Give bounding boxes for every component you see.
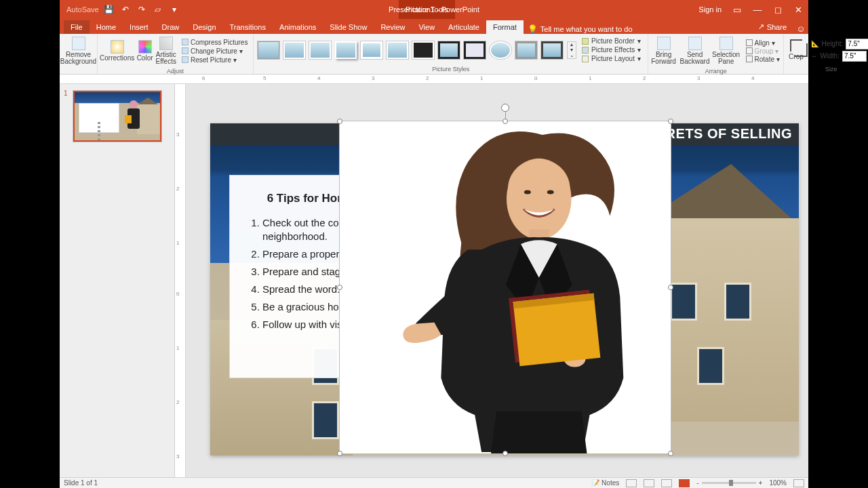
close-button[interactable]: ✕ bbox=[788, 0, 808, 19]
style-thumb[interactable] bbox=[258, 41, 279, 59]
reading-view-button[interactable] bbox=[661, 479, 672, 487]
ribbon-options-icon[interactable]: ▭ bbox=[727, 0, 747, 19]
save-icon[interactable]: 💾 bbox=[104, 5, 114, 14]
normal-view-button[interactable] bbox=[626, 479, 637, 487]
zoom-level[interactable]: 100% bbox=[769, 479, 787, 487]
undo-icon[interactable]: ↶ bbox=[121, 5, 130, 14]
slide-thumbnail-1[interactable]: 1 bbox=[64, 91, 170, 142]
selection-pane-button[interactable]: Selection Pane bbox=[712, 35, 741, 66]
tell-me-search[interactable]: 💡Tell me what you want to do bbox=[528, 24, 633, 34]
style-thumb[interactable] bbox=[361, 41, 382, 59]
minimize-button[interactable]: — bbox=[747, 0, 768, 19]
ribbon-tabs: File Home Insert Draw Design Transitions… bbox=[60, 19, 808, 34]
width-field[interactable]: ↔Width: bbox=[811, 51, 868, 62]
style-thumb[interactable] bbox=[464, 41, 486, 59]
resize-handle[interactable] bbox=[337, 119, 342, 124]
sorter-view-button[interactable] bbox=[644, 479, 654, 487]
autosave-label: AutoSave bbox=[66, 5, 99, 14]
crop-icon bbox=[790, 39, 802, 52]
resize-handle[interactable] bbox=[502, 451, 508, 456]
reset-label: Reset Picture bbox=[191, 56, 231, 64]
style-thumb[interactable] bbox=[309, 41, 331, 59]
resize-handle[interactable] bbox=[668, 451, 673, 456]
tab-home[interactable]: Home bbox=[90, 20, 123, 34]
style-thumb[interactable] bbox=[412, 41, 434, 59]
tab-draw[interactable]: Draw bbox=[155, 20, 186, 34]
send-backward-button[interactable]: Send Backward bbox=[681, 35, 709, 66]
tab-review[interactable]: Review bbox=[374, 20, 412, 34]
fit-to-window-button[interactable] bbox=[793, 479, 804, 487]
style-thumb[interactable] bbox=[387, 41, 408, 59]
document-title: Presentation1 - PowerPoint bbox=[389, 5, 479, 14]
align-button[interactable]: Align ▾ bbox=[746, 39, 780, 47]
selection-pane-label: Selection Pane bbox=[712, 52, 741, 65]
tab-animations[interactable]: Animations bbox=[273, 20, 323, 34]
resize-handle[interactable] bbox=[502, 119, 508, 124]
title-bar: AutoSave 💾 ↶ ↷ ▱ ▾ Picture Tools Present… bbox=[60, 0, 808, 19]
tab-articulate[interactable]: Articulate bbox=[441, 20, 486, 34]
sign-in-link[interactable]: Sign in bbox=[693, 5, 727, 14]
picture-layout-button[interactable]: Picture Layout ▾ bbox=[582, 55, 641, 62]
slide-editor[interactable]: SECRETS OF SELLING 6 Tips for Home Selle… bbox=[186, 84, 808, 477]
group-button[interactable]: Group ▾ bbox=[746, 47, 780, 55]
crop-button[interactable]: Crop bbox=[788, 39, 804, 60]
change-label: Change Picture bbox=[191, 47, 237, 55]
style-thumb[interactable] bbox=[335, 41, 357, 59]
styles-more-button[interactable]: ▴▾⌄ bbox=[567, 41, 576, 59]
artistic-effects-button[interactable]: Artistic Effects bbox=[156, 35, 176, 66]
style-thumb[interactable] bbox=[438, 41, 460, 59]
resize-handle[interactable] bbox=[337, 285, 342, 290]
ruler-vertical: 3210123 bbox=[175, 84, 186, 477]
zoom-slider[interactable]: - + bbox=[696, 479, 762, 487]
slide-thumbnail-pane[interactable]: 1 bbox=[60, 84, 175, 477]
notes-button[interactable]: 📝 Notes bbox=[591, 479, 619, 487]
rotate-label: Rotate bbox=[755, 56, 774, 63]
redo-icon[interactable]: ↷ bbox=[137, 5, 146, 14]
align-label: Align bbox=[755, 39, 770, 47]
start-slideshow-icon[interactable]: ▱ bbox=[153, 5, 163, 14]
corrections-button[interactable]: Corrections bbox=[100, 35, 134, 66]
group-label-size: Size bbox=[784, 66, 868, 74]
reset-picture-button[interactable]: Reset Picture ▾ bbox=[182, 56, 248, 64]
style-thumb[interactable] bbox=[490, 41, 511, 59]
resize-handle[interactable] bbox=[337, 451, 342, 456]
style-thumb[interactable] bbox=[515, 41, 537, 59]
resize-handle[interactable] bbox=[668, 285, 673, 290]
width-input[interactable] bbox=[842, 51, 867, 62]
resize-handle[interactable] bbox=[668, 119, 673, 124]
change-picture-button[interactable]: Change Picture ▾ bbox=[182, 47, 248, 55]
slideshow-view-button[interactable] bbox=[679, 479, 690, 487]
tab-insert[interactable]: Insert bbox=[123, 20, 155, 34]
selected-picture[interactable] bbox=[339, 121, 671, 454]
height-field[interactable]: 📐Height: bbox=[811, 39, 868, 49]
tab-view[interactable]: View bbox=[412, 20, 441, 34]
picture-effects-button[interactable]: Picture Effects ▾ bbox=[582, 46, 641, 54]
send-backward-label: Send Backward bbox=[680, 52, 710, 65]
color-button[interactable]: Color bbox=[137, 35, 153, 66]
share-label: Share bbox=[767, 23, 787, 31]
tell-me-label: Tell me what you want to do bbox=[540, 25, 633, 33]
maximize-button[interactable]: ◻ bbox=[768, 0, 788, 19]
compress-pictures-button[interactable]: Compress Pictures bbox=[182, 39, 248, 46]
remove-background-button[interactable]: Remove Background bbox=[62, 35, 96, 66]
tab-format[interactable]: Format bbox=[486, 20, 524, 34]
height-input[interactable] bbox=[846, 39, 868, 49]
share-button[interactable]: ↗Share bbox=[751, 20, 793, 34]
tab-transitions[interactable]: Transitions bbox=[223, 20, 273, 34]
rotation-handle[interactable] bbox=[501, 104, 509, 112]
group-label-picture-styles: Picture Styles bbox=[254, 66, 648, 74]
qat-more-icon[interactable]: ▾ bbox=[170, 5, 179, 14]
picture-border-label: Picture Border bbox=[591, 37, 635, 45]
style-thumb[interactable] bbox=[283, 41, 305, 59]
feedback-smile-icon[interactable]: ☺ bbox=[793, 24, 808, 34]
picture-border-button[interactable]: Picture Border ▾ bbox=[582, 37, 641, 45]
style-thumb[interactable] bbox=[541, 41, 563, 59]
tab-slideshow[interactable]: Slide Show bbox=[323, 20, 374, 34]
rotate-button[interactable]: Rotate ▾ bbox=[746, 56, 780, 63]
height-label: Height: bbox=[822, 40, 844, 47]
tab-design[interactable]: Design bbox=[186, 20, 222, 34]
tab-file[interactable]: File bbox=[64, 20, 90, 34]
corrections-label: Corrections bbox=[100, 55, 134, 62]
picture-styles-gallery[interactable]: ▴▾⌄ bbox=[258, 41, 576, 59]
bring-forward-button[interactable]: Bring Forward bbox=[650, 35, 678, 66]
